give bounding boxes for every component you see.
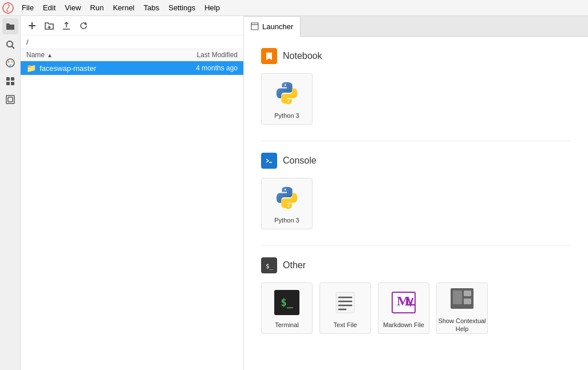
file-list: 📁 faceswap-master 4 months ago [21, 61, 243, 370]
python-logo-notebook [274, 80, 300, 106]
tab-launcher[interactable]: Launcher [244, 16, 301, 37]
other-section-label: Other [283, 260, 306, 270]
other-cards: $_ Terminal Text Fi [261, 283, 571, 334]
console-python3-card[interactable]: Python 3 [261, 178, 313, 229]
column-modified-label: Last Modified [197, 51, 238, 59]
palette-icon [5, 58, 15, 68]
svg-text:$_: $_ [266, 262, 274, 270]
help-card[interactable]: Show Contextual Help [436, 283, 488, 334]
notebook-section-label: Notebook [283, 51, 322, 61]
menu-run[interactable]: Run [85, 2, 108, 13]
launcher-tab-icon [251, 22, 259, 30]
textfile-icon [333, 290, 358, 315]
svg-point-6 [9, 65, 11, 66]
menu-edit[interactable]: Edit [38, 2, 60, 13]
activity-bar [0, 16, 21, 370]
tabs-icon [5, 94, 15, 105]
menu-view[interactable]: View [60, 2, 85, 13]
svg-rect-8 [11, 77, 14, 81]
terminal-card-icon: $_ [274, 290, 299, 315]
svg-rect-19 [251, 23, 258, 30]
activity-tabs[interactable] [2, 91, 18, 108]
new-folder-icon [45, 21, 54, 30]
markdown-card-img: M [389, 288, 419, 317]
python-logo-console [274, 185, 300, 211]
svg-rect-33 [464, 291, 471, 296]
textfile-card-label: Text File [334, 321, 357, 329]
tab-launcher-label: Launcher [262, 22, 293, 31]
svg-rect-9 [6, 82, 10, 85]
menu-file[interactable]: File [17, 2, 38, 13]
menu-settings[interactable]: Settings [164, 2, 200, 13]
help-icon [449, 286, 475, 311]
menubar: File Edit View Run Kernel Tabs Settings … [0, 0, 588, 16]
menu-tabs[interactable]: Tabs [139, 2, 164, 13]
upload-button[interactable] [60, 19, 73, 33]
svg-rect-34 [464, 299, 471, 304]
sort-arrow-icon: ▲ [47, 52, 53, 58]
bookmark-icon [265, 51, 274, 61]
svg-rect-12 [8, 97, 13, 102]
svg-rect-7 [6, 77, 10, 81]
svg-rect-11 [6, 96, 14, 104]
svg-rect-10 [11, 82, 14, 85]
svg-text:M: M [397, 293, 410, 308]
terminal-card-label: Terminal [275, 321, 299, 329]
markdown-card-label: Markdown File [383, 321, 424, 329]
dollar-icon: $_ [265, 261, 274, 270]
sidebar: / Name ▲ Last Modified 📁 faceswap-master… [21, 16, 244, 370]
svg-point-4 [7, 61, 9, 63]
notebook-python3-card[interactable]: Python 3 [261, 73, 313, 125]
activity-palette[interactable] [2, 55, 18, 71]
console-section-label: Console [283, 156, 317, 166]
console-other-divider [261, 245, 571, 246]
column-name[interactable]: Name ▲ [26, 51, 169, 59]
python3-console-img [272, 183, 302, 213]
folder-icon: 📁 [26, 63, 36, 73]
plus-icon [27, 21, 37, 30]
file-row[interactable]: 📁 faceswap-master 4 months ago [21, 61, 243, 75]
tab-bar: Launcher [244, 16, 588, 37]
column-name-label: Name [26, 51, 45, 59]
svg-point-5 [11, 61, 13, 63]
refresh-button[interactable] [77, 19, 90, 33]
console-python3-label: Python 3 [274, 216, 299, 224]
other-section-header: $_ Other [261, 257, 571, 273]
app-logo [2, 2, 14, 14]
puzzle-icon [5, 76, 15, 86]
file-row-name: 📁 faceswap-master [26, 63, 169, 73]
help-card-label: Show Contextual Help [437, 317, 487, 333]
upload-icon [62, 21, 71, 30]
menu-help[interactable]: Help [200, 2, 224, 13]
activity-files[interactable] [2, 18, 18, 34]
terminal-card-img: $_ [272, 288, 302, 317]
notebook-cards: Python 3 [261, 73, 571, 125]
textfile-card[interactable]: Text File [319, 283, 371, 334]
activity-search[interactable] [2, 37, 18, 53]
console-section-icon [261, 153, 277, 169]
launcher: Notebook [244, 37, 588, 370]
new-file-button[interactable] [25, 19, 39, 33]
file-name-label: faceswap-master [40, 64, 96, 73]
new-folder-button[interactable] [42, 19, 56, 33]
textfile-card-img [330, 288, 360, 317]
sidebar-toolbar [21, 16, 243, 35]
notebook-python3-label: Python 3 [274, 112, 299, 120]
menu-kernel[interactable]: Kernel [108, 2, 139, 13]
app-layout: / Name ▲ Last Modified 📁 faceswap-master… [0, 16, 588, 370]
console-section-header: Console [261, 153, 571, 169]
file-header: Name ▲ Last Modified [21, 49, 243, 61]
breadcrumb: / [21, 35, 243, 49]
console-cards: Python 3 [261, 178, 571, 229]
terminal-card[interactable]: $_ Terminal [261, 283, 313, 334]
breadcrumb-text: / [26, 38, 29, 46]
svg-rect-32 [453, 291, 462, 304]
markdown-card[interactable]: M Markdown File [378, 283, 429, 334]
activity-extensions[interactable] [2, 73, 18, 89]
search-icon [5, 39, 15, 50]
python3-notebook-img [272, 78, 302, 108]
svg-point-1 [7, 41, 13, 47]
svg-line-2 [12, 46, 14, 49]
column-last-modified[interactable]: Last Modified [169, 51, 238, 59]
terminal-icon [265, 156, 274, 165]
